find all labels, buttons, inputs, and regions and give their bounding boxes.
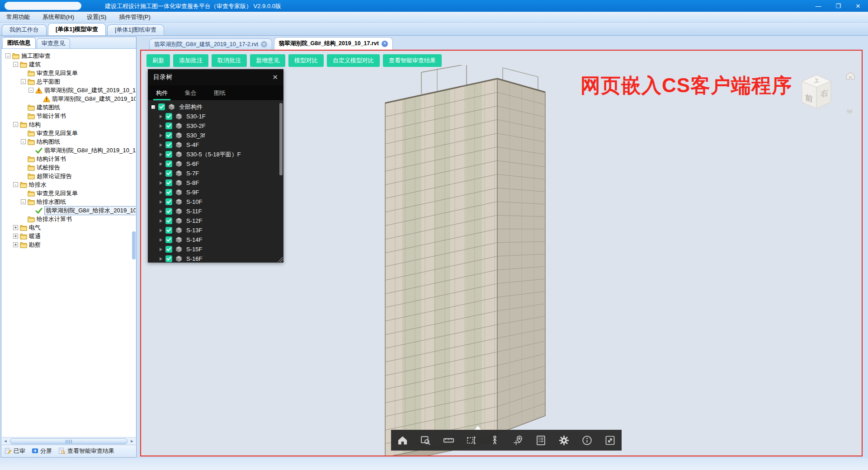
checkbox[interactable] — [165, 189, 172, 196]
reviewed-status[interactable]: 已审 — [5, 447, 25, 455]
tree-item[interactable]: -施工图审查 — [2, 52, 136, 60]
checkbox[interactable] — [165, 122, 172, 129]
chevron-right-icon[interactable] — [160, 134, 162, 137]
tree-item[interactable]: +电气 — [2, 223, 136, 232]
map-pin-icon[interactable] — [509, 431, 527, 449]
tree-item[interactable]: 审查意见回复单 — [2, 69, 136, 77]
tree-item[interactable]: 审查意见回复单 — [2, 129, 136, 137]
chevron-right-icon[interactable] — [160, 172, 162, 175]
catalog-item[interactable]: S30-1F — [148, 112, 283, 121]
expander-icon[interactable]: - — [21, 199, 26, 204]
catalog-item[interactable]: S30-2F — [148, 121, 283, 131]
home-view-icon[interactable] — [844, 70, 856, 83]
checkbox[interactable] — [165, 141, 172, 148]
close-button[interactable]: ✕ — [848, 0, 868, 12]
section-icon[interactable] — [463, 431, 481, 449]
close-icon[interactable]: ✕ — [272, 73, 278, 81]
new-comment-button[interactable]: 新增意见 — [250, 54, 285, 67]
menu-plugin-management[interactable]: 插件管理(P) — [113, 12, 156, 23]
tree-vertical-scrollbar[interactable] — [132, 231, 136, 259]
chevron-right-icon[interactable] — [160, 238, 162, 242]
checkbox[interactable] — [165, 132, 172, 139]
tab-drawing-review[interactable]: [单体1]图纸审查 — [107, 24, 164, 35]
catalog-item[interactable]: S-6F — [148, 159, 283, 169]
navigation-cube[interactable]: 上前右 — [796, 70, 837, 113]
tree-item[interactable]: -结构图纸 — [2, 137, 136, 146]
settings-icon[interactable] — [555, 431, 573, 449]
catalog-item[interactable]: S-14F — [148, 235, 283, 244]
checkbox[interactable] — [165, 217, 172, 224]
scroll-left-icon[interactable]: ◄ — [2, 439, 9, 443]
minimize-button[interactable]: — — [808, 0, 828, 12]
chevron-right-icon[interactable] — [160, 219, 162, 223]
catalog-item[interactable]: S-8F — [148, 178, 283, 188]
tree-item[interactable]: -给排水图纸 — [2, 197, 136, 206]
zoom-region-icon[interactable] — [417, 431, 435, 449]
catalog-item[interactable]: S-4F — [148, 140, 283, 150]
menu-system-help[interactable]: 系统帮助(H) — [36, 12, 80, 23]
checkbox[interactable] — [165, 113, 172, 120]
expander-icon[interactable]: + — [13, 225, 18, 230]
catalog-item[interactable]: S-10F — [148, 197, 283, 207]
chevron-right-icon[interactable] — [160, 153, 162, 156]
catalog-item[interactable]: S-16F — [148, 254, 283, 263]
catalog-item[interactable]: S-13F — [148, 226, 283, 235]
tree-item[interactable]: 翡翠湖别院_G8#_结构_2019_10_17. r — [2, 146, 136, 155]
tab-drawing-info[interactable]: 图纸信息 — [2, 37, 36, 48]
expander-icon[interactable]: - — [28, 88, 33, 93]
checkbox[interactable] — [158, 103, 165, 110]
tree-item[interactable]: 翡翠湖别院_G8#_给排水_2019_10_17 — [2, 206, 136, 215]
tab-review-comments[interactable]: 审查意见 — [37, 38, 70, 48]
view-smart-review-result[interactable]: 查看智能审查结果 — [58, 447, 114, 455]
tree-horizontal-scrollbar[interactable]: ◄ ► — [2, 437, 136, 445]
catalog-item[interactable]: S30_3f — [148, 131, 283, 140]
tree-item[interactable]: 超限论证报告 — [2, 172, 136, 180]
chevron-right-icon[interactable] — [160, 200, 162, 204]
tree-item[interactable]: -结构 — [2, 120, 136, 129]
chevron-right-icon[interactable] — [160, 143, 162, 147]
chevron-right-icon[interactable] — [160, 229, 162, 232]
tree-item[interactable]: 结构计算书 — [2, 155, 136, 163]
tab-drawings[interactable]: 图纸 — [214, 85, 226, 100]
menu-common-functions[interactable]: 常用功能 — [0, 12, 36, 23]
checkbox[interactable] — [165, 227, 172, 234]
chevron-right-icon[interactable] — [160, 248, 162, 251]
tree-item[interactable]: +勘察 — [2, 240, 136, 249]
catalog-item[interactable]: S30-5（5-18平面）F — [148, 150, 283, 159]
checkbox[interactable] — [165, 208, 172, 215]
expander-icon[interactable]: + — [13, 234, 18, 239]
checkbox[interactable] — [165, 198, 172, 205]
checkbox[interactable] — [165, 246, 172, 253]
custom-model-compare-button[interactable]: 自定义模型对比 — [327, 54, 380, 67]
split-screen[interactable]: 分屏 — [32, 447, 52, 455]
chevron-right-icon[interactable] — [160, 124, 162, 128]
doctab-architecture[interactable]: 翡翠湖别院_G8#_建筑_2019_10_17-2.rvt✕ — [149, 38, 272, 50]
catalog-item[interactable]: S-7F — [148, 169, 283, 178]
tree-item[interactable]: 节能计算书 — [2, 112, 136, 120]
home-icon[interactable] — [394, 431, 412, 449]
catalog-item[interactable]: S-11F — [148, 207, 283, 216]
checkbox[interactable] — [165, 160, 172, 167]
tree-item[interactable]: -总平面图 — [2, 77, 136, 86]
fullscreen-icon[interactable] — [601, 431, 619, 449]
expander-icon[interactable]: - — [13, 122, 18, 127]
restore-button[interactable]: ❐ — [828, 0, 848, 12]
chevron-right-icon[interactable] — [160, 191, 162, 194]
refresh-button[interactable]: 刷新 — [146, 54, 170, 67]
catalog-item[interactable]: S-12F — [148, 216, 283, 226]
view-smart-review-button[interactable]: 查看智能审查结果 — [383, 54, 442, 67]
chevron-right-icon[interactable] — [160, 115, 162, 118]
tab-model-review[interactable]: [单体1]模型审查 — [48, 23, 106, 35]
panel-resize-handle[interactable] — [278, 257, 283, 262]
catalog-item[interactable]: 全部构件 — [148, 102, 283, 112]
info-icon[interactable] — [578, 431, 596, 449]
tree-item[interactable]: 审查意见回复单 — [2, 189, 136, 197]
tree-item[interactable]: 试桩报告 — [2, 163, 136, 172]
chevron-right-icon[interactable] — [160, 181, 162, 185]
checkbox[interactable] — [165, 255, 172, 262]
catalog-item[interactable]: S-15F — [148, 244, 283, 254]
cancel-annotation-button[interactable]: 取消批注 — [212, 54, 247, 67]
tree-item[interactable]: -建筑 — [2, 60, 136, 69]
expander-icon[interactable]: - — [5, 53, 10, 58]
tab-my-workbench[interactable]: 我的工作台 — [2, 24, 47, 35]
